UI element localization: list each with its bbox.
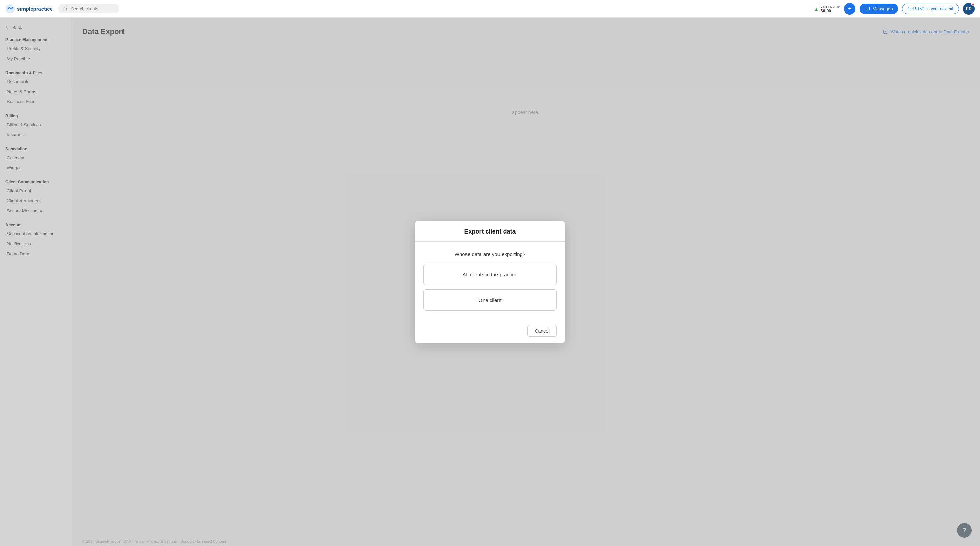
export-modal: Export client data Whose data are you ex… — [415, 221, 565, 344]
search-bar[interactable] — [58, 4, 119, 13]
income-badge: ▲ Jan income $0.00 — [814, 5, 840, 13]
logo-text: simplepractice — [17, 6, 53, 11]
modal-footer: Cancel — [415, 322, 565, 344]
one-client-option[interactable]: One client — [423, 289, 557, 311]
messages-label: Messages — [872, 6, 892, 11]
income-value: $0.00 — [821, 8, 840, 13]
get-offer-button[interactable]: Get $150 off your next bill — [902, 4, 959, 14]
modal-body: Whose data are you exporting? All client… — [415, 242, 565, 322]
navbar: simplepractice ▲ Jan income $0.00 + Mess… — [0, 0, 980, 18]
modal-title: Export client data — [423, 228, 557, 235]
all-clients-option[interactable]: All clients in the practice — [423, 264, 557, 285]
messages-button[interactable]: Messages — [859, 4, 898, 14]
trend-icon: ▲ — [814, 6, 819, 11]
cancel-button[interactable]: Cancel — [527, 325, 557, 337]
logo: simplepractice — [5, 4, 53, 14]
modal-question: Whose data are you exporting? — [423, 251, 557, 257]
messages-icon — [865, 6, 870, 11]
add-button[interactable]: + — [844, 3, 856, 14]
search-icon — [63, 6, 68, 11]
search-input[interactable] — [70, 6, 115, 11]
avatar[interactable]: EP — [963, 3, 975, 14]
avatar-notification-dot — [972, 3, 974, 6]
logo-icon — [5, 4, 15, 14]
nav-right: ▲ Jan income $0.00 + Messages Get $150 o… — [814, 3, 975, 14]
modal-header: Export client data — [415, 221, 565, 242]
modal-overlay: Export client data Whose data are you ex… — [0, 18, 980, 546]
income-label: Jan income — [821, 5, 840, 8]
